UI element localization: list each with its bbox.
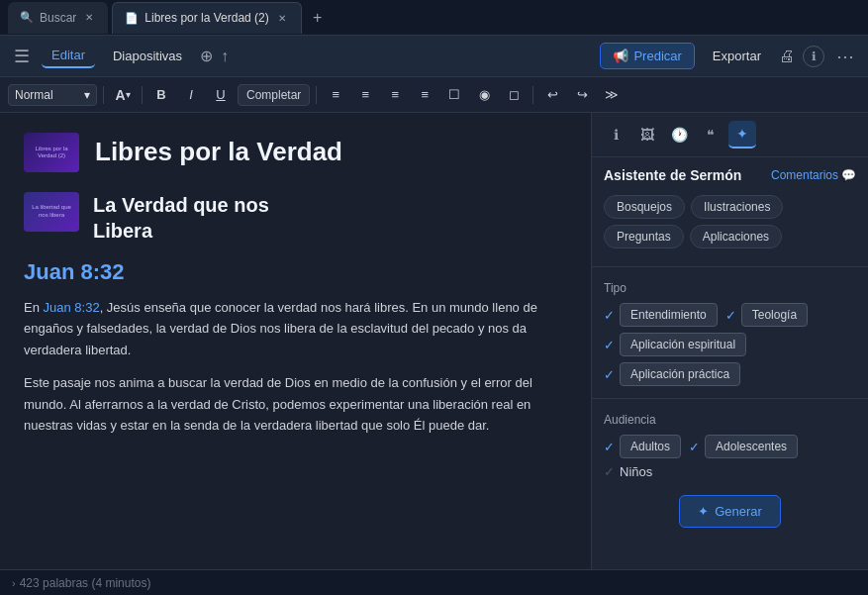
panel-icon-quote[interactable]: ❝	[697, 121, 724, 149]
tipo-label: Tipo	[592, 275, 868, 299]
check-aplicacion-practica[interactable]: ✓ Aplicación práctica	[604, 362, 740, 386]
panel-title: Asistente de Sermón	[604, 167, 741, 183]
check-ninos[interactable]: ✓ Niños	[604, 464, 652, 479]
sep4	[532, 86, 533, 104]
sep1	[103, 86, 104, 104]
status-bar: › 423 palabras (4 minutos)	[0, 569, 868, 595]
redo-button[interactable]: ↪	[569, 82, 595, 108]
chip-aplicaciones[interactable]: Aplicaciones	[690, 225, 782, 248]
predicar-button[interactable]: 📢 Predicar	[600, 43, 694, 69]
check-label-entendimiento: Entendimiento	[620, 303, 718, 327]
check-label-teologia: Teología	[741, 303, 808, 327]
chip-preguntas[interactable]: Preguntas	[604, 225, 684, 248]
predicar-icon: 📢	[613, 49, 628, 63]
editor-panel[interactable]: Libres por la Verdad (2) Libres por la V…	[0, 113, 591, 569]
panel-icon-image[interactable]: 🖼	[633, 121, 661, 149]
chip-bosquejos[interactable]: Bosquejos	[604, 195, 685, 219]
check-label-practica: Aplicación práctica	[620, 362, 740, 386]
style-select[interactable]: Normal ▾	[8, 84, 97, 106]
tab-libres-label: Libres por la Verdad (2)	[145, 11, 268, 25]
audiencia-row1: ✓ Adultos ✓ Adolescentes	[604, 435, 856, 458]
font-size-button[interactable]: A▾	[110, 82, 136, 108]
status-chevron[interactable]: ›	[12, 577, 16, 589]
check-label-espiritual: Aplicación espiritual	[620, 333, 746, 356]
main-area: Libres por la Verdad (2) Libres por la V…	[0, 113, 868, 569]
check-icon-espiritual: ✓	[604, 338, 615, 352]
radio-button[interactable]: ◉	[471, 82, 497, 108]
bold-button[interactable]: B	[148, 82, 174, 108]
status-text: 423 palabras (4 minutos)	[20, 576, 151, 590]
underline-button[interactable]: U	[208, 82, 234, 108]
check-entendimiento[interactable]: ✓ Entendimiento	[604, 303, 718, 327]
check-adultos[interactable]: ✓ Adultos	[604, 435, 681, 458]
tab-libres-close[interactable]: ✕	[275, 11, 289, 25]
panel-icon-magic[interactable]: ✦	[728, 121, 756, 149]
menu-icon[interactable]: ☰	[10, 42, 34, 71]
chip-ilustraciones[interactable]: Ilustraciones	[691, 195, 783, 219]
format-bar: Normal ▾ A▾ B I U Completar ≡ ≡ ≡ ≡ ☐ ◉ …	[0, 77, 868, 113]
more-format-button[interactable]: ≫	[599, 82, 625, 108]
main-toolbar: ☰ Editar Diapositivas ⊕ ↑ 📢 Predicar Exp…	[0, 36, 868, 77]
paragraph2: Este pasaje nos anima a buscar la verdad…	[24, 372, 567, 436]
editar-button[interactable]: Editar	[42, 44, 95, 68]
tab-libres[interactable]: 📄 Libres por la Verdad (2) ✕	[112, 2, 301, 34]
present-icon[interactable]: ⊕	[200, 47, 213, 65]
doc-thumbnail: Libres por la Verdad (2)	[24, 133, 79, 172]
undo-button[interactable]: ↩	[539, 82, 565, 108]
check-icon-ninos: ✓	[604, 464, 615, 479]
check-icon-entendimiento: ✓	[604, 308, 615, 323]
divider2	[592, 398, 868, 399]
generar-button[interactable]: ✦ Generar	[679, 495, 781, 528]
audiencia-checkboxes: ✓ Adultos ✓ Adolescentes ✓ Niños	[592, 431, 868, 483]
checkbox-button[interactable]: ☐	[441, 82, 467, 108]
audiencia-row2: ✓ Niños	[604, 464, 856, 479]
sep2	[142, 86, 143, 104]
new-tab-button[interactable]: +	[306, 6, 330, 30]
check-label-adolescentes: Adolescentes	[705, 435, 798, 458]
check-aplicacion-espiritual[interactable]: ✓ Aplicación espiritual	[604, 333, 746, 356]
check-label-adultos: Adultos	[620, 435, 681, 458]
panel-chips: Bosquejos Ilustraciones Preguntas Aplica…	[592, 189, 868, 258]
panel-icon-clock[interactable]: 🕐	[665, 121, 693, 149]
tab-buscar-label: Buscar	[40, 11, 76, 25]
exportar-button[interactable]: Exportar	[703, 44, 771, 68]
italic-button[interactable]: I	[178, 82, 204, 108]
verse-link-1[interactable]: Juan 8:32	[44, 300, 100, 315]
section1-block: La libertad que nos libera La Verdad que…	[24, 192, 567, 244]
editor-content: Libres por la Verdad (2) Libres por la V…	[0, 113, 591, 468]
table-button[interactable]: ◻	[501, 82, 527, 108]
panel-icon-info[interactable]: ℹ	[602, 121, 629, 149]
completar-button[interactable]: Completar	[238, 84, 310, 106]
diapositivas-button[interactable]: Diapositivas	[103, 45, 192, 67]
divider1	[592, 266, 868, 267]
check-icon-practica: ✓	[604, 367, 615, 382]
sep3	[316, 86, 317, 104]
verse-reference: Juan 8:32	[24, 259, 567, 285]
section1-thumbnail: La libertad que nos libera	[24, 192, 79, 232]
tipo-checkboxes: ✓ Entendimiento ✓ Teología ✓ Aplicación …	[592, 299, 868, 390]
tab-buscar-close[interactable]: ✕	[82, 11, 96, 25]
list-outdent-button[interactable]: ≡	[412, 82, 437, 108]
print-icon[interactable]: 🖨	[779, 48, 795, 65]
tipo-row1: ✓ Entendimiento ✓ Teología	[604, 303, 856, 327]
tipo-row3: ✓ Aplicación práctica	[604, 362, 856, 386]
paragraph1: En Juan 8:32, Jesús enseña que conocer l…	[24, 297, 567, 360]
check-teologia[interactable]: ✓ Teología	[725, 303, 808, 327]
list-number-button[interactable]: ≡	[352, 82, 378, 108]
check-adolescentes[interactable]: ✓ Adolescentes	[689, 435, 798, 458]
comments-link[interactable]: Comentarios 💬	[771, 168, 856, 182]
right-panel: ℹ 🖼 🕐 ❝ ✦ Asistente de Sermón Comentario…	[591, 113, 868, 569]
panel-header: Asistente de Sermón Comentarios 💬	[592, 157, 868, 189]
info-button[interactable]: ℹ	[803, 46, 824, 67]
list-bullet-button[interactable]: ≡	[323, 82, 348, 108]
check-icon-adultos: ✓	[604, 440, 615, 454]
comments-icon: 💬	[841, 168, 856, 182]
check-label-ninos: Niños	[620, 464, 652, 479]
doc-header: Libres por la Verdad (2) Libres por la V…	[24, 133, 567, 172]
more-icon[interactable]: ⋯	[832, 46, 858, 67]
tab-buscar[interactable]: 🔍 Buscar ✕	[8, 2, 108, 34]
share-icon[interactable]: ↑	[221, 48, 229, 65]
check-icon-teologia: ✓	[725, 308, 736, 323]
tipo-row2: ✓ Aplicación espiritual	[604, 333, 856, 356]
list-indent-button[interactable]: ≡	[382, 82, 408, 108]
